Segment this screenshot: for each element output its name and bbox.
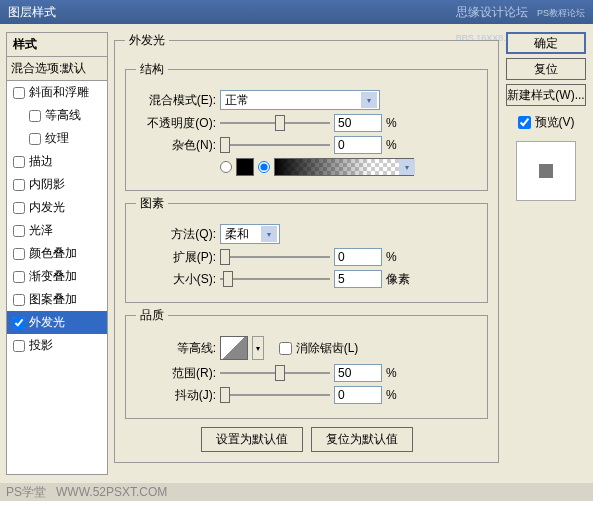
gradient-radio[interactable] [258,161,270,173]
color-swatch[interactable] [236,158,254,176]
style-checkbox[interactable] [13,202,25,214]
right-panel: 确定 复位 新建样式(W)... 预览(V) [505,32,587,475]
dialog-title: 图层样式 [8,0,56,24]
style-label: 内阴影 [29,176,65,193]
group-title: 外发光 [125,32,169,49]
style-checkbox[interactable] [13,271,25,283]
range-slider[interactable] [220,364,330,382]
style-item[interactable]: 图案叠加 [7,288,107,311]
watermark-top: 思缘设计论坛 PS教程论坛 BBS.16XX8.COM [456,0,585,24]
elements-group: 图素 方法(Q): 柔和 ▾ 扩展(P): % 大小(S): [125,195,488,303]
style-label: 斜面和浮雕 [29,84,89,101]
style-item[interactable]: 投影 [7,334,107,357]
gradient-preview[interactable]: ▾ [274,158,414,176]
ok-button[interactable]: 确定 [506,32,586,54]
elements-legend: 图素 [136,195,168,212]
style-label: 内发光 [29,199,65,216]
chevron-down-icon: ▾ [361,92,377,108]
style-label: 等高线 [45,107,81,124]
jitter-slider[interactable] [220,386,330,404]
style-item[interactable]: 等高线 [7,104,107,127]
size-label: 大小(S): [136,271,216,288]
preview-label: 预览(V) [535,114,575,131]
antialias-label: 消除锯齿(L) [296,340,359,357]
antialias-checkbox[interactable] [279,342,292,355]
blending-options[interactable]: 混合选项:默认 [7,57,107,81]
cancel-button[interactable]: 复位 [506,58,586,80]
structure-legend: 结构 [136,61,168,78]
style-item[interactable]: 光泽 [7,219,107,242]
style-item[interactable]: 纹理 [7,127,107,150]
style-item[interactable]: 外发光 [7,311,107,334]
chevron-down-icon: ▾ [399,159,415,175]
style-checkbox[interactable] [13,225,25,237]
style-checkbox[interactable] [29,110,41,122]
style-checkbox[interactable] [13,340,25,352]
style-item[interactable]: 内发光 [7,196,107,219]
structure-group: 结构 混合模式(E): 正常 ▾ 不透明度(O): % 杂色(N): [125,61,488,191]
style-label: 光泽 [29,222,53,239]
jitter-label: 抖动(J): [136,387,216,404]
titlebar: 图层样式 思缘设计论坛 PS教程论坛 BBS.16XX8.COM [0,0,593,24]
style-item[interactable]: 渐变叠加 [7,265,107,288]
spread-slider[interactable] [220,248,330,266]
preview-checkbox[interactable] [518,116,531,129]
size-input[interactable] [334,270,382,288]
opacity-label: 不透明度(O): [136,115,216,132]
noise-label: 杂色(N): [136,137,216,154]
spread-label: 扩展(P): [136,249,216,266]
technique-select[interactable]: 柔和 ▾ [220,224,280,244]
style-label: 投影 [29,337,53,354]
style-label: 颜色叠加 [29,245,77,262]
style-label: 纹理 [45,130,69,147]
style-item[interactable]: 斜面和浮雕 [7,81,107,104]
style-checkbox[interactable] [13,156,25,168]
style-checkbox[interactable] [29,133,41,145]
quality-group: 品质 等高线: ▾ 消除锯齿(L) 范围(R): % 抖动(J): [125,307,488,419]
styles-header[interactable]: 样式 [7,33,107,57]
style-item[interactable]: 颜色叠加 [7,242,107,265]
noise-input[interactable] [334,136,382,154]
spread-input[interactable] [334,248,382,266]
style-checkbox[interactable] [13,248,25,260]
jitter-input[interactable] [334,386,382,404]
style-item[interactable]: 内阴影 [7,173,107,196]
style-label: 描边 [29,153,53,170]
opacity-slider[interactable] [220,114,330,132]
style-item[interactable]: 描边 [7,150,107,173]
preview-thumbnail [516,141,576,201]
style-label: 外发光 [29,314,65,331]
reset-default-button[interactable]: 复位为默认值 [311,427,413,452]
range-label: 范围(R): [136,365,216,382]
style-checkbox[interactable] [13,317,25,329]
contour-label: 等高线: [136,340,216,357]
preview-swatch [539,164,553,178]
contour-dropdown[interactable]: ▾ [252,336,264,360]
style-checkbox[interactable] [13,294,25,306]
size-slider[interactable] [220,270,330,288]
noise-slider[interactable] [220,136,330,154]
contour-preview[interactable] [220,336,248,360]
dialog-body: 样式 混合选项:默认 斜面和浮雕等高线纹理描边内阴影内发光光泽颜色叠加渐变叠加图… [0,24,593,483]
style-checkbox[interactable] [13,179,25,191]
technique-label: 方法(Q): [136,226,216,243]
quality-legend: 品质 [136,307,168,324]
range-input[interactable] [334,364,382,382]
new-style-button[interactable]: 新建样式(W)... [506,84,586,106]
styles-panel: 样式 混合选项:默认 斜面和浮雕等高线纹理描边内阴影内发光光泽颜色叠加渐变叠加图… [6,32,108,475]
footer-watermark: PS学堂 WWW.52PSXT.COM [0,483,593,501]
opacity-input[interactable] [334,114,382,132]
chevron-down-icon: ▾ [261,226,277,242]
blend-mode-select[interactable]: 正常 ▾ [220,90,380,110]
style-label: 图案叠加 [29,291,77,308]
set-default-button[interactable]: 设置为默认值 [201,427,303,452]
blend-mode-label: 混合模式(E): [136,92,216,109]
color-radio[interactable] [220,161,232,173]
style-checkbox[interactable] [13,87,25,99]
style-label: 渐变叠加 [29,268,77,285]
outer-glow-group: 外发光 结构 混合模式(E): 正常 ▾ 不透明度(O): % [114,32,499,463]
main-panel: 外发光 结构 混合模式(E): 正常 ▾ 不透明度(O): % [114,32,499,475]
